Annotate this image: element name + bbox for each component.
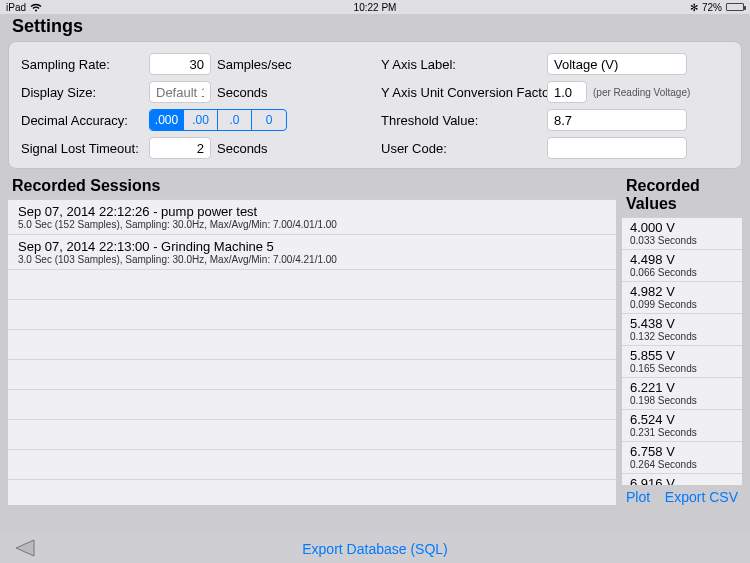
value-row[interactable]: 4.000 V0.033 Seconds bbox=[622, 218, 742, 250]
session-row-empty bbox=[8, 360, 616, 390]
y-conv-label: Y Axis Unit Conversion Factor: bbox=[381, 85, 541, 100]
sessions-title: Recorded Sessions bbox=[8, 177, 616, 199]
session-row[interactable]: Sep 07, 2014 22:12:26 - pump power test … bbox=[8, 200, 616, 235]
sessions-list[interactable]: Sep 07, 2014 22:12:26 - pump power test … bbox=[8, 199, 616, 505]
session-row[interactable]: Sep 07, 2014 22:13:00 - Grinding Machine… bbox=[8, 235, 616, 270]
value-reading: 6.916 V bbox=[630, 476, 734, 485]
value-reading: 4.000 V bbox=[630, 220, 734, 235]
page-title: Settings bbox=[0, 14, 750, 41]
sampling-rate-unit: Samples/sec bbox=[217, 57, 291, 72]
value-row[interactable]: 5.438 V0.132 Seconds bbox=[622, 314, 742, 346]
sampling-rate-label: Sampling Rate: bbox=[21, 57, 143, 72]
session-row-empty bbox=[8, 330, 616, 360]
value-time: 0.132 Seconds bbox=[630, 331, 734, 342]
decimal-accuracy-label: Decimal Accuracy: bbox=[21, 113, 143, 128]
status-bar: iPad 10:22 PM ✻ 72% bbox=[0, 0, 750, 14]
value-time: 0.198 Seconds bbox=[630, 395, 734, 406]
decimal-opt-0d[interactable]: .0 bbox=[218, 110, 252, 130]
value-reading: 6.758 V bbox=[630, 444, 734, 459]
settings-panel: Sampling Rate: Samples/sec Display Size:… bbox=[8, 41, 742, 169]
y-axis-label-label: Y Axis Label: bbox=[381, 57, 541, 72]
export-db-link[interactable]: Export Database (SQL) bbox=[302, 541, 448, 557]
signal-timeout-input[interactable] bbox=[149, 137, 211, 159]
wifi-icon bbox=[30, 3, 42, 12]
value-row[interactable]: 4.982 V0.099 Seconds bbox=[622, 282, 742, 314]
y-conv-hint: (per Reading Voltage) bbox=[593, 87, 690, 98]
session-row-empty bbox=[8, 420, 616, 450]
values-title: Recorded Values bbox=[622, 177, 742, 217]
session-row-title: Sep 07, 2014 22:12:26 - pump power test bbox=[18, 204, 606, 219]
value-reading: 5.438 V bbox=[630, 316, 734, 331]
threshold-label: Threshold Value: bbox=[381, 113, 541, 128]
sampling-rate-input[interactable] bbox=[149, 53, 211, 75]
value-reading: 4.498 V bbox=[630, 252, 734, 267]
value-reading: 6.524 V bbox=[630, 412, 734, 427]
decimal-opt-0[interactable]: 0 bbox=[252, 110, 286, 130]
value-reading: 5.855 V bbox=[630, 348, 734, 363]
battery-pct: 72% bbox=[702, 2, 722, 13]
battery-icon bbox=[726, 3, 744, 11]
bottom-toolbar: Export Database (SQL) bbox=[0, 535, 750, 563]
session-row-detail: 5.0 Sec (152 Samples), Sampling: 30.0Hz,… bbox=[18, 219, 606, 230]
decimal-opt-00[interactable]: .00 bbox=[184, 110, 218, 130]
display-size-label: Display Size: bbox=[21, 85, 143, 100]
decimal-accuracy-segmented[interactable]: .000 .00 .0 0 bbox=[149, 109, 287, 131]
session-row-empty bbox=[8, 390, 616, 420]
value-row[interactable]: 5.855 V0.165 Seconds bbox=[622, 346, 742, 378]
value-time: 0.165 Seconds bbox=[630, 363, 734, 374]
session-row-empty bbox=[8, 300, 616, 330]
y-conv-input[interactable] bbox=[547, 81, 587, 103]
plot-link[interactable]: Plot bbox=[626, 489, 650, 505]
export-csv-link[interactable]: Export CSV bbox=[665, 489, 738, 505]
value-row[interactable]: 6.221 V0.198 Seconds bbox=[622, 378, 742, 410]
usercode-label: User Code: bbox=[381, 141, 541, 156]
value-row[interactable]: 6.758 V0.264 Seconds bbox=[622, 442, 742, 474]
decimal-opt-000[interactable]: .000 bbox=[150, 110, 184, 130]
value-reading: 4.982 V bbox=[630, 284, 734, 299]
session-row-empty bbox=[8, 450, 616, 480]
device-name: iPad bbox=[6, 2, 26, 13]
value-time: 0.033 Seconds bbox=[630, 235, 734, 246]
back-arrow-icon bbox=[12, 538, 38, 558]
display-size-input[interactable] bbox=[149, 81, 211, 103]
session-row-empty bbox=[8, 480, 616, 505]
usercode-input[interactable] bbox=[547, 137, 687, 159]
signal-timeout-label: Signal Lost Timeout: bbox=[21, 141, 143, 156]
value-reading: 6.221 V bbox=[630, 380, 734, 395]
session-row-title: Sep 07, 2014 22:13:00 - Grinding Machine… bbox=[18, 239, 606, 254]
clock: 10:22 PM bbox=[354, 2, 397, 13]
display-size-unit: Seconds bbox=[217, 85, 268, 100]
back-button[interactable] bbox=[12, 538, 38, 561]
y-axis-label-input[interactable] bbox=[547, 53, 687, 75]
value-time: 0.066 Seconds bbox=[630, 267, 734, 278]
session-row-detail: 3.0 Sec (103 Samples), Sampling: 30.0Hz,… bbox=[18, 254, 606, 265]
bluetooth-icon: ✻ bbox=[690, 2, 698, 13]
value-row[interactable]: 6.524 V0.231 Seconds bbox=[622, 410, 742, 442]
values-list[interactable]: 4.000 V0.033 Seconds4.498 V0.066 Seconds… bbox=[622, 217, 742, 485]
value-row[interactable]: 6.916 V0.297 Seconds bbox=[622, 474, 742, 485]
value-row[interactable]: 4.498 V0.066 Seconds bbox=[622, 250, 742, 282]
threshold-input[interactable] bbox=[547, 109, 687, 131]
value-time: 0.264 Seconds bbox=[630, 459, 734, 470]
value-time: 0.099 Seconds bbox=[630, 299, 734, 310]
session-row-empty bbox=[8, 270, 616, 300]
value-time: 0.231 Seconds bbox=[630, 427, 734, 438]
signal-timeout-unit: Seconds bbox=[217, 141, 268, 156]
